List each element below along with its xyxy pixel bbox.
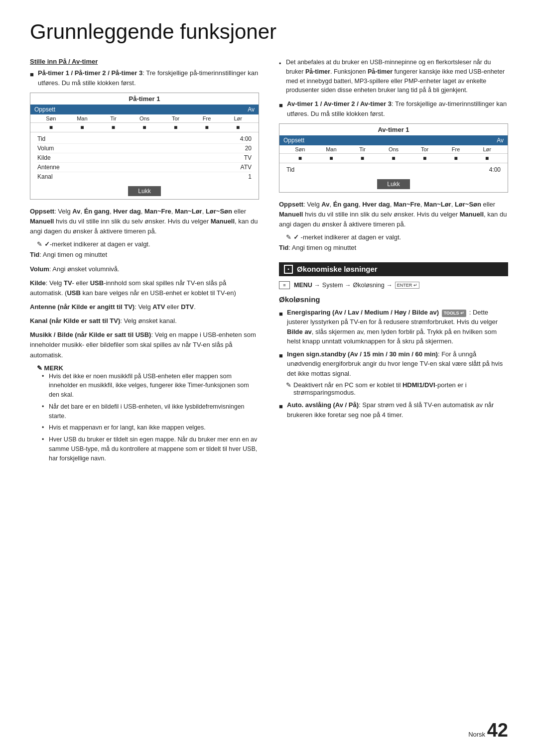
field-antenne: AntenneATV [37, 163, 252, 172]
bullet-dot: • [42, 402, 46, 421]
av-timer-box: Av-timer 1 Oppsett Av Søn Man Tir Ons To… [279, 123, 508, 193]
merk-text-1: Hvis det ikke er noen musikkfil på USB-e… [49, 372, 259, 400]
eco-bullet-3: ■ Auto. avslåing (Av / På): Spar strøm v… [279, 400, 508, 420]
pa-timer-oppsett: Oppsett [34, 106, 55, 113]
pa-timer-title: På-timer 1 [30, 93, 259, 105]
right-bullet-1-text: Det anbefales at du bruker en USB-minnep… [286, 58, 508, 95]
page-title: Grunnleggende funksjoner [30, 20, 508, 44]
eco-bullet-2-text: Ingen sign.standby (Av / 15 min / 30 min… [287, 349, 508, 379]
right-column: • Det anbefales at du bruker en USB-minn… [279, 58, 508, 467]
merk-item-1: • Hvis det ikke er noen musikkfil på USB… [42, 372, 259, 400]
bullet-dot: • [42, 435, 46, 463]
pa-timer-header: Oppsett Av [30, 105, 259, 114]
merk-title: ✎ MERK [37, 364, 259, 372]
oppsett-para: Oppsett: Velg Av, Én gang, Hver dag, Man… [30, 207, 259, 236]
av-check-line: ✎ ✓ -merket indikerer at dagen er valgt. [286, 233, 508, 241]
page-lang: Norsk [468, 731, 485, 738]
av-timer-checks: ■ ■ ■ ■ ■ ■ ■ [279, 154, 508, 163]
av-timer-title: Av-timer 1 [279, 124, 508, 135]
bullet-dot: • [279, 59, 283, 95]
kilde-para: Kilde: Velg TV- eller USB-innhold som sk… [30, 278, 259, 298]
bullet-dot: • [42, 372, 46, 400]
arrow-icon: → [314, 282, 320, 289]
pa-timer-av: Av [248, 106, 255, 113]
bullet-dot: • [42, 423, 46, 432]
antenne-para: Antenne (når Kilde er angitt til TV): Ve… [30, 302, 259, 312]
pa-timer-checks: ■ ■ ■ ■ ■ ■ ■ [30, 123, 259, 132]
bullet-sq: ■ [279, 402, 284, 420]
pa-timer-lukk-button[interactable]: Lukk [128, 186, 160, 196]
pencil-icon: ✎ [286, 233, 291, 241]
volum-para: Volum: Angi ønsket volumnivå. [30, 264, 259, 274]
merk-item-3: • Hvis et mappenavn er for langt, kan ik… [42, 423, 259, 432]
okonomiske-title: Økonomiske løsninger [297, 265, 378, 273]
musikk-para: Musikk / Bilde (når Kilde er satt til US… [30, 330, 259, 360]
pa-timer-intro-text: På-timer 1 / På-timer 2 / På-timer 3: Tr… [38, 68, 259, 88]
pa-timer-intro: ■ På-timer 1 / På-timer 2 / På-timer 3: … [30, 68, 259, 88]
merk-text-3: Hvis et mappenavn er for langt, kan ikke… [49, 423, 206, 432]
menu-nav: ≡ MENU → System → Økoløsning → ENTER ↵ [279, 281, 508, 289]
section-icon: ▪ [284, 265, 293, 274]
deaktivert-text: Deaktivert når en PC som er koblet til H… [293, 381, 508, 396]
pencil-icon: ✎ [37, 240, 42, 248]
eco-bullet-3-text: Auto. avslåing (Av / På): Spar strøm ved… [287, 400, 508, 420]
tid-para: Tid: Angi timen og minuttet [30, 250, 259, 260]
check-line: ✎ ✓-merket indikerer at dagen er valgt. [37, 240, 259, 248]
av-timer-btn-row: Lukk [279, 176, 508, 192]
arrow-icon-3: → [387, 282, 393, 289]
page-num-value: 42 [487, 720, 508, 741]
merk-item-4: • Hver USB du bruker er tildelt sin egen… [42, 435, 259, 463]
bullet-sq: ■ [30, 70, 35, 88]
tools-icon: TOOLS ↵ [442, 310, 466, 318]
av-oppsett-para: Oppsett: Velg Av, Én gang, Hver dag, Man… [279, 200, 508, 229]
av-timer-intro-text: Av-timer 1 / Av-timer 2 / Av-timer 3: Tr… [287, 99, 508, 118]
page-number-block: Norsk 42 [468, 720, 508, 741]
section-label-pa-timer: Stille inn På / Av-timer [30, 58, 259, 65]
bullet-sq: ■ [279, 351, 284, 379]
av-timer-lukk-button[interactable]: Lukk [377, 179, 409, 189]
menu-nav-oko: Økoløsning [353, 282, 385, 289]
field-volum: Volum20 [37, 144, 252, 153]
eco-bullet-1-text: Energisparing (Av / Lav / Medium / Høy /… [287, 308, 508, 346]
pa-timer-btn-row: Lukk [30, 183, 259, 199]
enter-icon: ENTER ↵ [395, 282, 419, 289]
av-timer-oppsett: Oppsett [283, 137, 304, 144]
bullet-sq: ■ [279, 101, 284, 118]
check-text: ✓-merket indikerer at dagen er valgt. [44, 240, 150, 248]
menu-icon: ≡ [279, 281, 290, 289]
av-timer-av: Av [497, 137, 504, 144]
field-kanal: Kanal1 [37, 172, 252, 181]
menu-nav-system: System [322, 282, 343, 289]
av-check-text: ✓ -merket indikerer at dagen er valgt. [293, 233, 401, 241]
field-tid: Tid4:00 [37, 134, 252, 144]
av-timer-header: Oppsett Av [279, 135, 508, 145]
merk-item-2: • Når det bare er en bildefil i USB-enhe… [42, 402, 259, 421]
deaktivert-note: ✎ Deaktivert når en PC som er koblet til… [286, 381, 508, 396]
pa-timer-days: Søn Man Tir Ons Tor Fre Lør [30, 114, 259, 123]
merk-text-4: Hver USB du bruker er tildelt sin egen m… [49, 435, 259, 463]
bullet-sq: ■ [279, 309, 284, 346]
okolosning-heading: Økoløsning [279, 295, 508, 304]
av-field-tid: Tid4:00 [286, 165, 501, 174]
okonomiske-section: ▪ Økonomiske løsninger [279, 262, 508, 276]
merk-text-2: Når det bare er en bildefil i USB-enhete… [49, 402, 259, 421]
av-tid-para: Tid: Angi timen og minuttet [279, 243, 508, 253]
av-timer-days: Søn Man Tir Ons Tor Fre Lør [279, 145, 508, 154]
kanal-para: Kanal (når Kilde er satt til TV): Velg ø… [30, 316, 259, 326]
av-timer-intro: ■ Av-timer 1 / Av-timer 2 / Av-timer 3: … [279, 99, 508, 118]
right-bullet-1: • Det anbefales at du bruker en USB-minn… [279, 58, 508, 95]
merk-block: ✎ MERK • Hvis det ikke er noen musikkfil… [37, 364, 259, 463]
field-kilde: KildeTV [37, 153, 252, 163]
pa-timer-fields: Tid4:00 Volum20 KildeTV AntenneATV Kanal… [30, 132, 259, 183]
arrow-icon-2: → [345, 282, 351, 289]
eco-bullet-1: ■ Energisparing (Av / Lav / Medium / Høy… [279, 308, 508, 346]
av-timer-fields: Tid4:00 [279, 163, 508, 176]
eco-bullet-2: ■ Ingen sign.standby (Av / 15 min / 30 m… [279, 349, 508, 379]
pencil-icon: ✎ [286, 381, 291, 389]
pa-timer-box: På-timer 1 Oppsett Av Søn Man Tir Ons To… [30, 93, 259, 200]
left-column: Stille inn På / Av-timer ■ På-timer 1 / … [30, 58, 259, 467]
